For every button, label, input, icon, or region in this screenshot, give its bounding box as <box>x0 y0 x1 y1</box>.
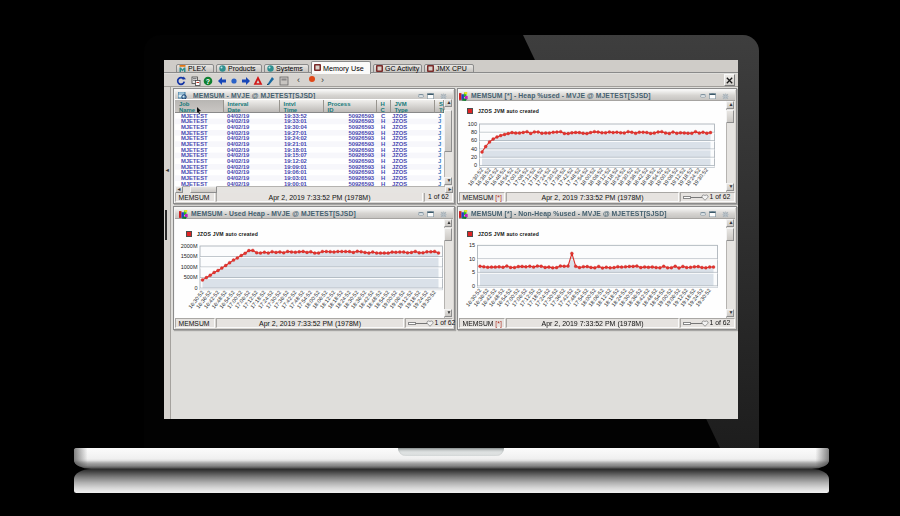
svg-text:1000M: 1000M <box>181 264 198 270</box>
svg-text:80: 80 <box>471 129 477 135</box>
svg-text:0: 0 <box>472 283 475 289</box>
svg-text:?: ? <box>206 77 210 84</box>
svg-text:15: 15 <box>469 242 475 248</box>
svg-text:10: 10 <box>469 256 475 262</box>
svg-text:500M: 500M <box>184 274 198 280</box>
svg-text:1500M: 1500M <box>181 253 198 259</box>
svg-text:100: 100 <box>468 121 477 127</box>
svg-text:20: 20 <box>471 154 477 160</box>
svg-text:0: 0 <box>474 162 477 168</box>
svg-text:60: 60 <box>471 137 477 143</box>
svg-text:5: 5 <box>472 269 475 275</box>
svg-text:0: 0 <box>194 285 197 291</box>
svg-text:40: 40 <box>471 146 477 152</box>
svg-text:2000M: 2000M <box>181 243 198 249</box>
